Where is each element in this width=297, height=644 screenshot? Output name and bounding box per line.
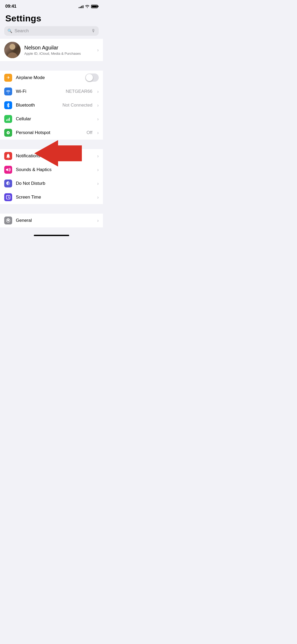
settings-row-notifications[interactable]: Notifications › bbox=[0, 149, 103, 163]
settings-row-wifi[interactable]: Wi-Fi NETGEAR66 › bbox=[0, 85, 103, 98]
sounds-chevron: › bbox=[97, 167, 99, 173]
signal-icon bbox=[79, 4, 83, 8]
notifications-section: Notifications › Sounds & Haptics › Do No… bbox=[0, 149, 103, 204]
general-section: General › bbox=[0, 214, 103, 227]
search-bar[interactable]: 🔍 Search 🎙 bbox=[4, 26, 99, 36]
svg-rect-1 bbox=[8, 119, 8, 121]
battery-icon bbox=[91, 5, 98, 8]
cellular-chevron: › bbox=[97, 116, 99, 122]
page-title-section: Settings bbox=[0, 11, 103, 26]
profile-name: Nelson Aguilar bbox=[24, 45, 93, 51]
wifi-label: Wi-Fi bbox=[16, 89, 62, 94]
settings-row-airplane-mode[interactable]: ✈ Airplane Mode bbox=[0, 71, 103, 85]
svg-rect-2 bbox=[9, 118, 10, 121]
settings-row-donotdisturb[interactable]: Do Not Disturb › bbox=[0, 177, 103, 190]
svg-point-3 bbox=[7, 132, 9, 134]
screentime-chevron: › bbox=[97, 195, 99, 200]
svg-rect-0 bbox=[6, 119, 7, 121]
notifications-label: Notifications bbox=[16, 153, 93, 159]
hotspot-label: Personal Hotspot bbox=[16, 130, 83, 135]
general-icon bbox=[4, 217, 12, 224]
status-bar: 09:41 bbox=[0, 0, 103, 11]
search-placeholder: Search bbox=[15, 28, 89, 34]
cellular-label: Cellular bbox=[16, 116, 93, 122]
donotdisturb-icon bbox=[4, 180, 12, 187]
profile-row[interactable]: Nelson Aguilar Apple ID, iCloud, Media &… bbox=[0, 39, 103, 61]
general-label: General bbox=[16, 218, 93, 223]
bottom-padding bbox=[0, 227, 103, 233]
settings-row-screentime[interactable]: Screen Time › bbox=[0, 190, 103, 204]
home-indicator bbox=[0, 233, 103, 238]
hotspot-value: Off bbox=[87, 130, 92, 135]
notifications-icon bbox=[4, 152, 12, 160]
search-section: 🔍 Search 🎙 bbox=[0, 26, 103, 39]
settings-row-bluetooth[interactable]: Bluetooth Not Connected › bbox=[0, 98, 103, 112]
settings-row-general[interactable]: General › bbox=[0, 214, 103, 227]
general-chevron: › bbox=[97, 218, 99, 223]
status-icons bbox=[79, 4, 98, 8]
wifi-value: NETGEAR66 bbox=[66, 89, 92, 94]
cellular-icon bbox=[4, 115, 12, 123]
airplane-mode-label: Airplane Mode bbox=[16, 75, 82, 80]
settings-row-hotspot[interactable]: Personal Hotspot Off › bbox=[0, 126, 103, 140]
bluetooth-chevron: › bbox=[97, 103, 99, 108]
airplane-mode-icon: ✈ bbox=[4, 74, 12, 82]
hotspot-chevron: › bbox=[97, 130, 99, 136]
mic-icon: 🎙 bbox=[91, 29, 96, 33]
wifi-chevron: › bbox=[97, 89, 99, 94]
avatar bbox=[4, 42, 21, 58]
profile-subtitle: Apple ID, iCloud, Media & Purchases bbox=[24, 52, 93, 56]
section-gap-3 bbox=[0, 204, 103, 214]
settings-row-cellular[interactable]: Cellular › bbox=[0, 112, 103, 126]
profile-section: Nelson Aguilar Apple ID, iCloud, Media &… bbox=[0, 39, 103, 61]
settings-row-sounds[interactable]: Sounds & Haptics › bbox=[0, 163, 103, 177]
sounds-icon bbox=[4, 166, 12, 174]
wifi-status-icon bbox=[85, 4, 89, 8]
screentime-label: Screen Time bbox=[16, 195, 93, 200]
airplane-mode-toggle[interactable] bbox=[85, 73, 99, 82]
page-title: Settings bbox=[5, 13, 98, 24]
bluetooth-label: Bluetooth bbox=[16, 103, 59, 108]
bluetooth-icon bbox=[4, 101, 12, 109]
network-section: ✈ Airplane Mode Wi-Fi NETGEAR66 › Blueto… bbox=[0, 71, 103, 140]
status-time: 09:41 bbox=[5, 4, 16, 9]
search-icon: 🔍 bbox=[7, 29, 12, 33]
donotdisturb-label: Do Not Disturb bbox=[16, 181, 93, 186]
profile-chevron: › bbox=[97, 47, 99, 53]
section-gap-1 bbox=[0, 61, 103, 71]
notifications-chevron: › bbox=[97, 153, 99, 159]
hotspot-icon bbox=[4, 129, 12, 137]
home-bar bbox=[34, 235, 69, 236]
profile-info: Nelson Aguilar Apple ID, iCloud, Media &… bbox=[24, 45, 93, 56]
wifi-icon bbox=[4, 88, 12, 95]
section-gap-2 bbox=[0, 140, 103, 149]
screentime-icon bbox=[4, 193, 12, 201]
bluetooth-value: Not Connected bbox=[63, 103, 92, 108]
donotdisturb-chevron: › bbox=[97, 181, 99, 186]
sounds-label: Sounds & Haptics bbox=[16, 167, 93, 172]
